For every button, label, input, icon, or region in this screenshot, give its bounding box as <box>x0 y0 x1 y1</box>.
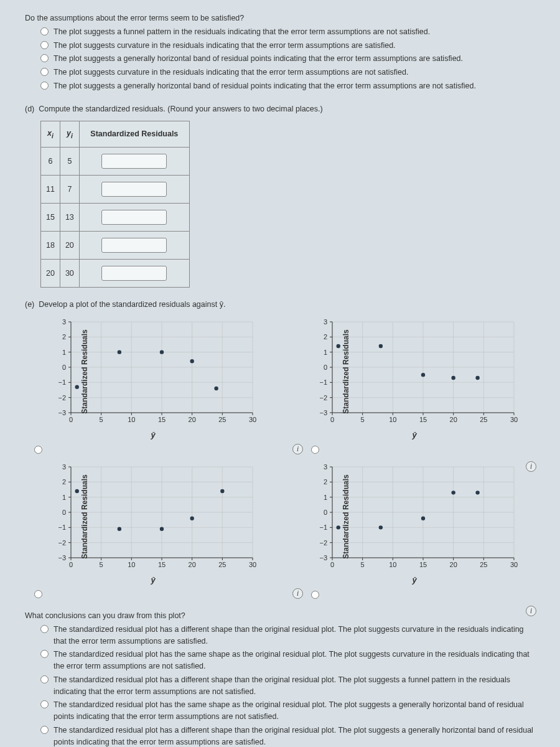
svg-text:10: 10 <box>389 561 396 568</box>
radio-option[interactable] <box>40 68 49 76</box>
svg-text:−1: −1 <box>58 524 66 531</box>
chart-radio[interactable] <box>34 446 42 454</box>
chart-option-3: Standardized Residuals 051015202530−3−2−… <box>31 461 274 599</box>
svg-point-145 <box>190 516 194 520</box>
option-row[interactable]: The plot suggests a funnel pattern in th… <box>40 26 535 38</box>
svg-text:30: 30 <box>510 416 518 423</box>
chart-option-1: Standardized Residuals 051015202530−3−2−… <box>31 316 274 454</box>
chart-1: Standardized Residuals 051015202530−3−2−… <box>47 316 259 428</box>
option-label: The plot suggests a funnel pattern in th… <box>54 26 430 38</box>
svg-text:0: 0 <box>62 509 66 516</box>
info-icon[interactable]: i <box>292 444 303 454</box>
svg-text:2: 2 <box>324 478 327 486</box>
part-d: (d) Compute the standardized residuals. … <box>25 103 535 288</box>
table-row: 65 <box>41 148 190 176</box>
info-icon[interactable]: i <box>292 588 303 599</box>
option-row[interactable]: The standardized residual plot has a dif… <box>40 725 535 747</box>
svg-text:−2: −2 <box>319 394 327 402</box>
option-row[interactable]: The plot suggests a generally horizontal… <box>40 80 535 92</box>
x-axis-label: ŷ <box>309 574 520 586</box>
std-res-input[interactable] <box>101 210 167 225</box>
radio-option[interactable] <box>40 650 49 658</box>
y-axis-label: Standardized Residuals <box>340 474 352 558</box>
x-axis-label: ŷ <box>47 429 259 441</box>
cell-y: 5 <box>60 148 79 176</box>
svg-point-193 <box>421 516 425 520</box>
svg-point-96 <box>451 376 455 380</box>
cell-input <box>79 260 189 288</box>
chart-radio[interactable] <box>34 590 42 598</box>
part-label: (e) <box>25 300 34 309</box>
svg-text:20: 20 <box>450 561 457 568</box>
svg-text:3: 3 <box>62 318 66 326</box>
std-res-input[interactable] <box>101 154 167 169</box>
col-xi: xi <box>41 121 60 148</box>
table-row: 1513 <box>41 204 190 232</box>
chart-option-4: Standardized Residuals 051015202530−3−2−… <box>292 461 535 599</box>
option-row[interactable]: The standardized residual plot has the s… <box>40 699 535 723</box>
svg-text:1: 1 <box>324 493 327 500</box>
svg-text:3: 3 <box>62 463 66 471</box>
radio-option[interactable] <box>40 625 49 633</box>
chart-3: Standardized Residuals 051015202530−3−2−… <box>47 461 259 573</box>
option-row[interactable]: The plot suggests curvature in the resid… <box>40 40 535 52</box>
svg-point-45 <box>118 350 121 354</box>
part-d-prompt: (d) Compute the standardized residuals. … <box>25 103 535 115</box>
svg-text:1: 1 <box>324 349 327 356</box>
std-res-input[interactable] <box>101 238 167 253</box>
option-row[interactable]: The standardized residual plot has a dif… <box>40 624 535 647</box>
svg-text:0: 0 <box>69 416 73 423</box>
radio-option[interactable] <box>40 700 49 708</box>
svg-text:−1: −1 <box>58 378 66 386</box>
radio-option[interactable] <box>40 41 49 49</box>
svg-text:5: 5 <box>361 416 365 423</box>
cell-y: 13 <box>60 204 79 232</box>
radio-option[interactable] <box>40 82 49 90</box>
std-res-input[interactable] <box>101 266 167 281</box>
svg-text:3: 3 <box>324 463 327 471</box>
svg-text:5: 5 <box>100 561 103 568</box>
y-axis-label: Standardized Residuals <box>79 329 90 413</box>
radio-option[interactable] <box>40 675 49 684</box>
cell-y: 7 <box>60 176 79 204</box>
table-row: 1820 <box>41 232 190 260</box>
svg-text:30: 30 <box>249 561 256 568</box>
option-row[interactable]: The plot suggests a generally horizontal… <box>40 53 535 65</box>
option-label: The plot suggests curvature in the resid… <box>54 40 396 52</box>
option-label: The plot suggests a generally horizontal… <box>54 53 463 65</box>
cell-x: 20 <box>41 260 60 288</box>
cell-y: 20 <box>60 232 79 260</box>
svg-text:−3: −3 <box>58 409 66 416</box>
cell-x: 18 <box>41 232 60 260</box>
radio-option[interactable] <box>40 54 49 62</box>
chart-option-2: Standardized Residuals 051015202530−3−2−… <box>292 316 535 454</box>
svg-text:2: 2 <box>62 478 66 486</box>
svg-text:5: 5 <box>100 416 103 423</box>
chart-2: Standardized Residuals 051015202530−3−2−… <box>309 316 520 428</box>
chart-radio[interactable] <box>311 591 319 599</box>
chart-radio[interactable] <box>311 446 319 454</box>
svg-text:−3: −3 <box>319 554 327 561</box>
svg-text:−2: −2 <box>319 538 327 546</box>
svg-text:15: 15 <box>158 561 166 568</box>
radio-option[interactable] <box>40 726 49 734</box>
svg-text:30: 30 <box>510 561 518 568</box>
table-row: 117 <box>41 176 190 204</box>
svg-text:0: 0 <box>330 561 334 568</box>
cell-x: 11 <box>41 176 60 204</box>
y-axis-label: Standardized Residuals <box>340 329 352 413</box>
svg-text:−3: −3 <box>319 409 327 416</box>
option-row[interactable]: The plot suggests curvature in the resid… <box>40 67 535 78</box>
std-res-input[interactable] <box>101 182 167 197</box>
svg-text:−3: −3 <box>58 554 66 561</box>
info-icon[interactable]: i <box>526 606 536 616</box>
cell-input <box>79 204 189 232</box>
charts-grid: Standardized Residuals 051015202530−3−2−… <box>31 316 535 599</box>
svg-text:30: 30 <box>249 416 256 423</box>
svg-point-47 <box>190 359 194 363</box>
radio-option[interactable] <box>40 27 49 35</box>
svg-point-95 <box>421 373 425 377</box>
x-axis-label: ŷ <box>47 574 259 586</box>
option-row[interactable]: The standardized residual plot has the s… <box>40 649 535 672</box>
option-row[interactable]: The standardized residual plot has a dif… <box>40 674 535 698</box>
